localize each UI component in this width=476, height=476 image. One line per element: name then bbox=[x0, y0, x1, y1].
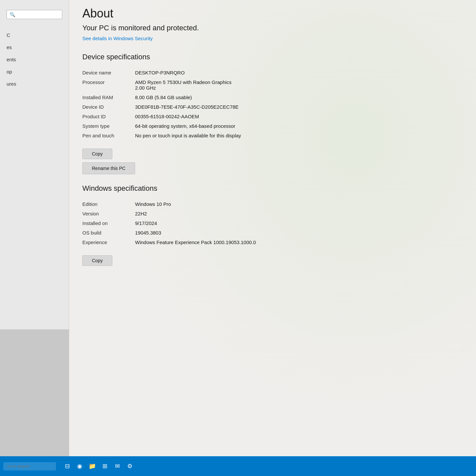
spec-value-edition: Windows 10 Pro bbox=[135, 201, 460, 207]
spec-row-os-build: OS build 19045.3803 bbox=[82, 228, 460, 238]
taskbar-search[interactable] bbox=[3, 462, 56, 470]
sidebar-label: ures bbox=[7, 81, 16, 87]
sidebar-item-ents[interactable]: ents bbox=[0, 53, 69, 66]
taskbar-icon-start[interactable]: ⊞ bbox=[99, 461, 110, 471]
spec-value-system-type: 64-bit operating system, x64-based proce… bbox=[135, 123, 460, 129]
spec-row-installed-on: Installed on 9/17/2024 bbox=[82, 218, 460, 228]
spec-row-experience: Experience Windows Feature Experience Pa… bbox=[82, 238, 460, 247]
page-title: About bbox=[82, 7, 460, 20]
security-link[interactable]: See details in Windows Security bbox=[82, 36, 153, 41]
spec-value-device-name: DESKTOP-P3NRQRO bbox=[135, 70, 460, 75]
sidebar: 🔍 C es ents op ures bbox=[0, 0, 69, 329]
spec-label-installed-on: Installed on bbox=[82, 220, 135, 226]
spec-label-pen-touch: Pen and touch bbox=[82, 133, 135, 138]
spec-label-ram: Installed RAM bbox=[82, 95, 135, 100]
spec-row-device-name: Device name DESKTOP-P3NRQRO bbox=[82, 68, 460, 77]
taskbar-icon-mail[interactable]: ✉ bbox=[112, 461, 123, 471]
search-icon: 🔍 bbox=[10, 12, 15, 17]
taskbar: ⊟ ◉ 📁 ⊞ ✉ ⚙ bbox=[0, 456, 476, 476]
spec-label-experience: Experience bbox=[82, 239, 135, 245]
spec-label-processor: Processor bbox=[82, 79, 135, 85]
device-specs-copy-button[interactable]: Copy bbox=[82, 149, 112, 159]
spec-label-os-build: OS build bbox=[82, 230, 135, 236]
sidebar-nav: C es ents op ures bbox=[0, 29, 69, 90]
spec-label-device-name: Device name bbox=[82, 70, 135, 75]
spec-value-version: 22H2 bbox=[135, 211, 460, 216]
windows-specs-table: Edition Windows 10 Pro Version 22H2 Inst… bbox=[82, 199, 460, 247]
spec-value-processor: AMD Ryzen 5 7530U with Radeon Graphics2.… bbox=[135, 79, 460, 91]
spec-value-ram: 8.00 GB (5.84 GB usable) bbox=[135, 95, 460, 100]
sidebar-label: C bbox=[7, 32, 10, 38]
search-box[interactable]: 🔍 bbox=[7, 10, 62, 19]
spec-value-experience: Windows Feature Experience Pack 1000.190… bbox=[135, 239, 460, 245]
main-content: About Your PC is monitored and protected… bbox=[69, 0, 476, 456]
spec-row-processor: Processor AMD Ryzen 5 7530U with Radeon … bbox=[82, 77, 460, 93]
sidebar-item-op[interactable]: op bbox=[0, 66, 69, 78]
sidebar-item-pc[interactable]: C bbox=[0, 29, 69, 41]
sidebar-item-ures[interactable]: ures bbox=[0, 78, 69, 90]
taskbar-icons: ⊟ ◉ 📁 ⊞ ✉ ⚙ bbox=[62, 461, 135, 471]
spec-label-edition: Edition bbox=[82, 201, 135, 207]
spec-row-edition: Edition Windows 10 Pro bbox=[82, 199, 460, 209]
windows-specs-copy-button[interactable]: Copy bbox=[82, 255, 112, 266]
spec-value-installed-on: 9/17/2024 bbox=[135, 220, 460, 226]
spec-value-device-id: 3DE0F81B-7E5E-470F-A35C-D205E2CEC78E bbox=[135, 104, 460, 110]
sidebar-label: ents bbox=[7, 57, 16, 62]
device-specs-table: Device name DESKTOP-P3NRQRO Processor AM… bbox=[82, 68, 460, 140]
taskbar-icon-explorer[interactable]: 📁 bbox=[87, 461, 98, 471]
sidebar-label: es bbox=[7, 44, 12, 50]
device-specs-title: Device specifications bbox=[82, 53, 460, 61]
taskbar-icon-task-view[interactable]: ⊟ bbox=[62, 461, 72, 471]
spec-value-os-build: 19045.3803 bbox=[135, 230, 460, 236]
taskbar-icon-settings[interactable]: ⚙ bbox=[125, 461, 135, 471]
sidebar-label: op bbox=[7, 69, 12, 74]
spec-label-device-id: Device ID bbox=[82, 104, 135, 110]
spec-row-pen-touch: Pen and touch No pen or touch input is a… bbox=[82, 131, 460, 140]
protected-message: Your PC is monitored and protected. bbox=[82, 24, 460, 32]
spec-label-system-type: System type bbox=[82, 123, 135, 129]
spec-row-version: Version 22H2 bbox=[82, 209, 460, 218]
sidebar-item-es[interactable]: es bbox=[0, 41, 69, 53]
spec-label-product-id: Product ID bbox=[82, 114, 135, 119]
spec-label-version: Version bbox=[82, 211, 135, 216]
spec-row-ram: Installed RAM 8.00 GB (5.84 GB usable) bbox=[82, 93, 460, 102]
spec-row-product-id: Product ID 00355-61518-00242-AAOEM bbox=[82, 112, 460, 121]
spec-row-device-id: Device ID 3DE0F81B-7E5E-470F-A35C-D205E2… bbox=[82, 102, 460, 112]
rename-pc-button[interactable]: Rename this PC bbox=[82, 162, 135, 174]
spec-row-system-type: System type 64-bit operating system, x64… bbox=[82, 121, 460, 131]
taskbar-icon-edge[interactable]: ◉ bbox=[74, 461, 85, 471]
spec-value-pen-touch: No pen or touch input is available for t… bbox=[135, 133, 460, 138]
windows-specs-title: Windows specifications bbox=[82, 184, 460, 193]
spec-value-product-id: 00355-61518-00242-AAOEM bbox=[135, 114, 460, 119]
